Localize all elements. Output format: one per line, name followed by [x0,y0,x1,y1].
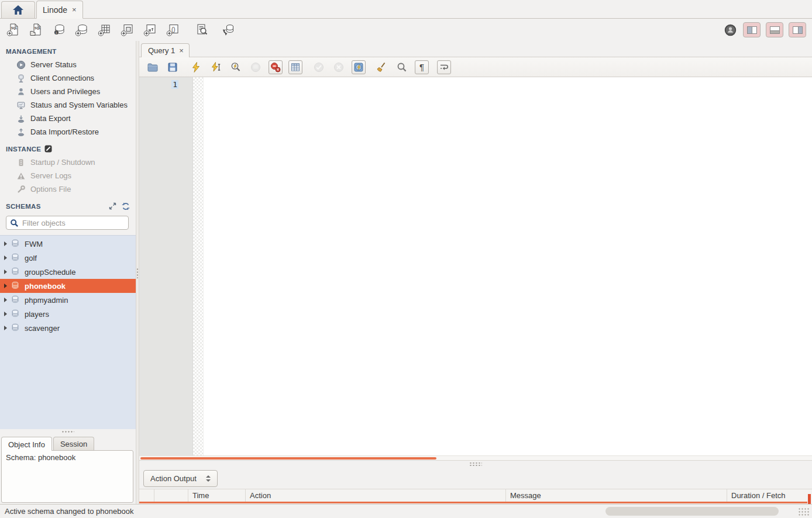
sql-editor[interactable]: 1 [139,77,812,460]
open-sql-script-button[interactable]: SQL [29,22,44,37]
expand-arrow-icon[interactable] [4,312,7,316]
schema-row-golf[interactable]: golf [0,251,136,265]
schema-name: scavenger [25,324,60,333]
column-header-blank[interactable] [139,489,154,502]
editor-horizontal-scrollbar[interactable] [139,455,812,460]
data-export-icon [16,114,26,123]
schema-row-fwm[interactable]: FWM [0,237,136,251]
column-header-blank[interactable] [154,489,188,502]
create-procedure-button[interactable] [143,22,158,37]
line-number: 1 [171,80,178,89]
limit-rows-button[interactable] [288,60,302,74]
main-toolbar: SQL SQL i [0,19,812,41]
toggle-right-panel-button[interactable] [789,22,806,37]
schema-icon [11,309,20,319]
schema-icon [11,267,20,277]
expand-arrow-icon[interactable] [4,298,7,302]
expand-arrow-icon[interactable] [4,241,7,246]
wrap-text-button[interactable] [437,60,451,74]
sidebar-item-options-file[interactable]: Options File [0,182,136,196]
refresh-schemas-icon[interactable] [122,202,130,210]
close-icon[interactable]: × [72,5,77,14]
sidebar-item-data-export[interactable]: Data Export [0,112,136,125]
sidebar-item-server-status[interactable]: Server Status [0,58,136,71]
column-header-action[interactable]: Action [246,489,506,502]
output-vertical-scrollbar-thumb[interactable] [808,494,811,504]
show-invisibles-button[interactable]: ¶ [415,60,429,74]
expand-arrow-icon[interactable] [4,255,7,260]
expand-arrow-icon[interactable] [4,270,7,274]
sidebar-item-data-import[interactable]: Data Import/Restore [0,125,136,139]
rollback-button[interactable] [332,60,346,74]
toggle-stop-on-error-button[interactable] [269,60,283,74]
schema-row-scavenger[interactable]: scavenger [0,321,136,335]
search-data-button[interactable] [194,22,209,37]
create-schema-button[interactable] [74,22,90,37]
toggle-autocommit-button[interactable] [352,60,366,74]
column-header-message[interactable]: Message [506,489,727,502]
status-message: Active schema changed to phonebook [5,507,133,516]
schema-row-players[interactable]: players [0,307,136,321]
sidebar: MANAGEMENT Server Status Client Connecti… [0,41,136,504]
toggle-left-panel-button[interactable] [743,22,761,37]
tab-query-1[interactable]: Query 1 × [141,43,190,57]
schema-icon [11,253,20,263]
sidebar-item-startup-shutdown[interactable]: Startup / Shutdown [0,156,136,169]
expand-arrow-icon[interactable] [4,284,7,288]
schema-icon [11,239,20,248]
sidebar-item-status-system-variables[interactable]: Status and System Variables [0,98,136,112]
explain-button[interactable] [229,60,243,74]
sidebar-item-label: Users and Privileges [30,87,100,96]
create-view-button[interactable] [120,22,135,37]
startup-shutdown-icon [16,158,26,167]
toggle-bottom-panel-button[interactable] [766,22,783,37]
window-resize-grip[interactable] [798,507,810,516]
find-button[interactable] [395,60,409,74]
output-panel: Action Output Time Action Message Durati… [139,468,812,504]
tab-session[interactable]: Session [53,437,94,450]
schema-row-groupschedule[interactable]: groupSchedule [0,265,136,279]
editor-canvas[interactable] [204,77,812,460]
sidebar-item-server-logs[interactable]: Server Logs [0,169,136,182]
window-tab-bar: Linode × [0,0,812,19]
user-icon [16,87,26,96]
schema-row-phonebook[interactable]: phonebook [0,279,136,293]
expand-arrow-icon[interactable] [4,326,7,330]
create-table-button[interactable] [97,22,112,37]
column-header-duration-fetch[interactable]: Duration / Fetch [727,489,812,502]
output-view-selector[interactable]: Action Output [143,470,218,487]
create-function-button[interactable]: () [166,22,181,37]
open-script-button[interactable] [146,60,160,74]
commit-button[interactable] [312,60,326,74]
beautify-button[interactable] [375,60,389,74]
close-icon[interactable]: × [179,46,184,55]
output-header-accent-line [139,502,807,503]
execute-button[interactable] [189,60,203,74]
execute-current-statement-button[interactable] [209,60,223,74]
schema-name: phpmyadmin [25,296,68,305]
output-horizontal-scrollbar-thumb[interactable] [605,507,779,516]
schema-inspector-button[interactable]: i [51,22,67,37]
sidebar-splitter[interactable] [0,429,136,434]
editor-gutter: 1 [139,77,193,460]
options-file-icon [16,185,26,194]
user-account-icon[interactable] [722,22,738,37]
expand-all-icon[interactable] [109,202,116,210]
sidebar-item-users-privileges[interactable]: Users and Privileges [0,85,136,98]
schema-row-phpmyadmin[interactable]: phpmyadmin [0,293,136,307]
schema-filter-box[interactable] [6,216,129,230]
object-info-content: Schema: phonebook [1,450,133,503]
schema-filter-input[interactable] [22,219,125,227]
new-sql-tab-button[interactable]: SQL [6,22,21,37]
reconnect-database-button[interactable] [221,22,236,37]
tab-connection[interactable]: Linode × [36,1,83,19]
sidebar-item-client-connections[interactable]: Client Connections [0,71,136,85]
save-script-button[interactable] [166,60,180,74]
editor-horizontal-scrollbar-thumb[interactable] [140,457,436,460]
stop-button[interactable] [249,60,263,74]
schema-name: phonebook [25,282,66,291]
tab-home[interactable] [1,1,35,18]
tab-object-info[interactable]: Object Info [1,437,52,451]
column-header-time[interactable]: Time [188,489,246,502]
editor-output-splitter[interactable] [139,460,812,468]
